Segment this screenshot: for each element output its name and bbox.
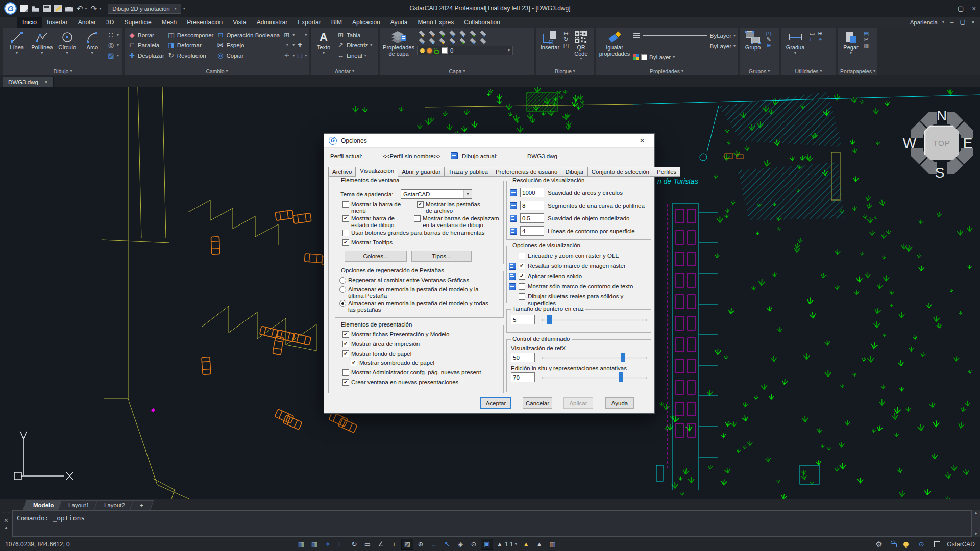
quick-select-icon[interactable] [817, 37, 823, 42]
expand-command-icon[interactable] [5, 525, 8, 530]
add-layout-tab[interactable]: + [130, 500, 154, 510]
arc-smoothness-input[interactable] [520, 188, 544, 197]
tab-vista[interactable]: Vista [228, 17, 251, 28]
block-scale-icon[interactable] [563, 43, 569, 48]
dimension-button[interactable]: Lineal [335, 51, 374, 60]
fullscreen-icon[interactable] [934, 541, 940, 547]
layer-states-icon[interactable] [480, 38, 486, 44]
array-button[interactable] [281, 30, 308, 40]
table-button[interactable]: Tabla [335, 30, 374, 40]
viewcube-south[interactable]: S [935, 165, 945, 181]
tab-bim[interactable]: BIM [326, 17, 347, 28]
radio-regen-switch[interactable]: Regenerar al cambiar entre Ventanas Gráf… [339, 277, 469, 284]
match-properties-button[interactable]: Igualar propiedades [598, 29, 631, 67]
command-scrollbar[interactable] [971, 510, 980, 537]
layer-merge-icon[interactable] [470, 30, 476, 36]
caret-down-icon[interactable] [794, 51, 796, 55]
line-button[interactable]: Línea [5, 29, 29, 67]
quick-properties-icon[interactable] [547, 539, 559, 550]
save-icon[interactable] [43, 5, 51, 12]
point-coords-icon[interactable] [809, 37, 815, 42]
open-file-icon[interactable] [32, 5, 39, 12]
tab-preferencias[interactable]: Preferencias de usuario [492, 167, 561, 177]
lineweight-icon[interactable] [428, 539, 440, 550]
lightbulb-icon[interactable] [903, 542, 909, 547]
layer-prev-icon[interactable] [449, 38, 455, 44]
in-place-edit-input[interactable] [511, 372, 535, 382]
center-tools-button[interactable] [106, 40, 120, 50]
checkbox-show-menu-bar[interactable]: Mostrar la barra de menú [342, 201, 417, 214]
checkbox-tooltips[interactable]: Mostrar Tooltips [342, 239, 393, 246]
base-point-icon[interactable] [563, 31, 569, 36]
command-area[interactable]: Comando: _options [12, 510, 971, 537]
otrack-icon[interactable] [414, 539, 427, 550]
unlock-icon[interactable] [892, 543, 897, 547]
help-button[interactable]: Ayuda [605, 397, 634, 409]
stretch-button[interactable]: Deformar [166, 40, 215, 50]
scroll-up-icon[interactable] [975, 511, 977, 515]
caret-down-icon[interactable] [41, 51, 43, 55]
gstarcad-logo-icon[interactable]: G [4, 2, 17, 15]
measure-button[interactable]: Gradua [783, 29, 807, 67]
layer-off-icon[interactable] [419, 38, 425, 44]
fillet-button[interactable] [281, 40, 308, 50]
layer-restore-icon[interactable] [470, 38, 476, 44]
revolve-button[interactable]: Revolución [166, 51, 215, 60]
boolean-button[interactable]: Operación Booleana [215, 30, 281, 40]
scroll-down-icon[interactable] [975, 532, 977, 536]
tab-administrar[interactable]: Administrar [252, 17, 293, 28]
grid-icon[interactable] [308, 539, 321, 550]
lineweight-select[interactable]: ByLayer [633, 31, 736, 40]
isometric-grid-icon[interactable] [295, 539, 307, 550]
paste-button[interactable]: Pegar [840, 29, 862, 67]
mirror-button[interactable]: Espejo [215, 40, 281, 50]
offset-button[interactable]: Paralela [127, 40, 166, 50]
command-input[interactable] [13, 525, 971, 536]
copy-base-icon[interactable] [863, 43, 869, 48]
doc-minimize-icon[interactable] [950, 19, 953, 26]
crosshair-size-slider[interactable] [542, 315, 647, 324]
view-cube[interactable]: N W E S TOP [903, 108, 975, 181]
checkbox-page-setup-manager[interactable]: Mostrar Administrador confg. pág. nuevas… [342, 369, 483, 376]
dialog-titlebar[interactable]: Opciones [324, 134, 654, 148]
workspace-monitor-icon[interactable] [481, 539, 493, 550]
tab-superficie[interactable]: Superficie [119, 17, 156, 28]
appearance-menu[interactable]: Apariencia [910, 19, 938, 26]
maximize-icon[interactable] [958, 5, 964, 12]
isodraft-icon[interactable] [454, 539, 467, 550]
colors-button[interactable]: Colores... [345, 251, 407, 262]
insert-block-button[interactable]: Insertar [538, 29, 561, 67]
polyline-segments-input[interactable] [520, 201, 544, 210]
panel-label-propiedades[interactable]: Propiedades [596, 67, 738, 75]
ortho-icon[interactable] [335, 539, 347, 550]
tab-visualizacion[interactable]: Visualización [356, 165, 398, 177]
close-command-icon[interactable] [4, 516, 9, 524]
checkbox-pan-zoom-raster[interactable] [519, 253, 525, 259]
checkbox-solid-fill[interactable] [519, 273, 525, 280]
tab-insertar[interactable]: Insertar [42, 17, 73, 28]
tab-layout1[interactable]: Layout1 [58, 500, 100, 510]
tab-mesh[interactable]: Mesh [157, 17, 182, 28]
layer-isolate-icon[interactable] [459, 30, 465, 36]
transparency-icon[interactable] [401, 539, 413, 550]
checkbox-print-area[interactable]: Mostrar área de impresión [342, 341, 420, 347]
panel-label-anotar[interactable]: Anotar [311, 67, 378, 75]
panel-label-capa[interactable]: Capa [380, 67, 534, 75]
circle-button[interactable]: Círculo [56, 29, 79, 67]
layer-freeze-icon[interactable] [429, 30, 435, 36]
tab-inicio[interactable]: Inicio [17, 17, 42, 28]
tab-archivo[interactable]: Archivo [328, 167, 356, 177]
qr-code-button[interactable]: QR Code [571, 29, 592, 67]
checkbox-text-frame-only[interactable] [519, 283, 525, 290]
close-icon[interactable] [972, 5, 976, 12]
xref-display-input[interactable] [511, 353, 535, 362]
leader-button[interactable]: Directriz [335, 40, 374, 50]
angle-snap-icon[interactable] [375, 539, 387, 550]
theme-select[interactable]: GstarCAD [401, 189, 472, 199]
radio-cache-model-all[interactable]: Almacenar en memoria la pestaña del mode… [339, 300, 496, 313]
tab-ayuda[interactable]: Ayuda [385, 17, 413, 28]
close-tab-icon[interactable] [44, 79, 48, 85]
panel-label-cambio[interactable]: Cambio [125, 67, 309, 75]
rendered-smoothness-input[interactable] [520, 213, 544, 223]
block-rotate-icon[interactable] [563, 37, 569, 42]
